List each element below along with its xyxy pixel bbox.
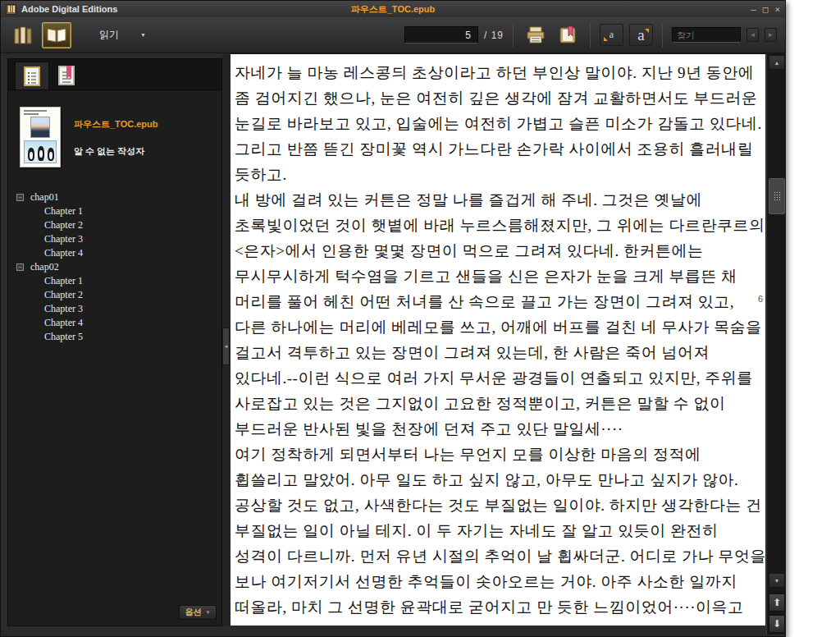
text-line: 있다네.--이런 식으로 여러 가지 무서운 광경들이 연출되고 있지만, 주위… — [235, 365, 744, 391]
sidebar-tabstrip — [8, 59, 221, 90]
larger-arrow-icon — [645, 29, 649, 33]
search-input[interactable] — [672, 27, 741, 43]
increase-font-label: a — [637, 26, 644, 44]
increase-font-button[interactable]: a — [629, 24, 653, 46]
next-page-button[interactable]: ⬇ — [769, 615, 785, 633]
toolbar-separator — [590, 23, 591, 48]
text-line: 부질없는 일이 아닐 테지. 이 두 자기는 자네도 잘 알고 있듯이 완전히 — [235, 518, 744, 543]
toc-item[interactable]: Chapter 4 — [16, 316, 221, 330]
arrow-left-icon: ◄ — [224, 344, 229, 349]
library-books-icon — [14, 26, 34, 44]
open-book-icon — [46, 26, 67, 44]
toc-list-icon — [24, 66, 40, 86]
toc-item[interactable]: Chapter 3 — [16, 232, 221, 246]
scrollbar-thumb[interactable] — [769, 178, 785, 214]
app-logo-icon — [6, 4, 16, 15]
text-line: 그리고 반쯤 뜯긴 장미꽃 역시 가느다란 손가락 사이에서 조용히 흘러내릴 — [235, 136, 744, 162]
tab-bookmarks[interactable] — [49, 62, 84, 89]
text-line: 사로잡고 있는 것은 그지없이 고요한 정적뿐이고, 커튼은 말할 수 없이 — [235, 391, 744, 416]
toc-item[interactable]: Chapter 1 — [16, 274, 221, 288]
toc-group-label: chap02 — [30, 261, 59, 273]
search-previous-button[interactable]: ◄ — [746, 28, 759, 42]
red-ribbon-icon — [66, 66, 71, 76]
text-line: 휩쓸리고 말았어. 아무 일도 하고 싶지 않고, 아무도 만나고 싶지가 않아… — [235, 467, 744, 493]
text-line: 성격이 다르니까. 먼저 유년 시절의 추억이 날 휩싸더군. 어디로 가나 무… — [235, 543, 744, 569]
toolbar-separator — [513, 23, 514, 48]
smaller-arrow-icon — [604, 37, 608, 41]
text-line: 떠올라, 마치 그 선명한 윤곽대로 굳어지고 만 듯한 느낌이었어····이윽… — [235, 594, 744, 620]
toc-group-label: chap01 — [30, 191, 59, 204]
app-window: Adobe Digital Editions 파우스트_TOC.epub – □… — [0, 0, 786, 637]
toc-item[interactable]: Chapter 1 — [16, 204, 221, 218]
text-line: 좀 검어지긴 했으나, 눈은 여전히 깊은 생각에 잠겨 교활하면서도 부드러운 — [235, 85, 744, 111]
collapse-minus-icon[interactable]: − — [16, 264, 24, 271]
text-line: 부드러운 반사된 빛을 천장에 던져 주고 있단 말일세···· — [235, 416, 744, 442]
text-line: 내 방에 걸려 있는 커튼은 정말 나를 즐겁게 해 주네. 그것은 옛날에 — [235, 187, 744, 213]
view-menu-label: 읽기 — [99, 28, 119, 42]
text-line: 자네가 늘 마농 레스콩듸 초상이라고 하던 부인상 말이야. 지난 9년 동안… — [235, 60, 744, 85]
toc-item[interactable]: Chapter 4 — [16, 246, 221, 260]
book-author: 알 수 없는 작성자 — [74, 145, 158, 158]
text-line: 공상할 것도 없고, 사색한다는 것도 부질없는 일이야. 하지만 생각한다는 … — [235, 493, 744, 518]
text-line: <은자>에서 인용한 몇몇 장면이 먹으로 그려져 있다네. 한커튼에는 — [235, 238, 744, 264]
scroll-up-button[interactable]: ▲ — [769, 55, 785, 70]
text-line: 다른 하나에는 머리에 베레모를 쓰고, 어깨에 버프를 걸친 네 무사가 목숨… — [235, 314, 744, 340]
cover-photo-penguins — [24, 140, 57, 163]
search-next-button[interactable]: ► — [765, 28, 777, 42]
bookmark-page-icon — [58, 66, 75, 85]
sidebar-collapse-handle[interactable]: ◄ — [222, 328, 230, 365]
toc-group-chap02[interactable]: − chap02 — [16, 260, 221, 274]
page-total-label: / 19 — [484, 30, 504, 41]
bookmark-book-icon — [558, 26, 578, 44]
close-button[interactable]: × — [774, 5, 780, 14]
text-line: 보나 여기저기서 선명한 추억들이 솟아오르는 거야. 아주 사소한 일까지 — [235, 569, 744, 594]
view-menu[interactable]: 읽기 ▼ — [99, 28, 146, 42]
text-line: 무시무시하게 턱수염을 기르고 샌들을 신은 은자가 눈을 크게 부릅뜬 채 — [235, 264, 744, 289]
options-button[interactable]: 옵션 ▼ — [179, 605, 217, 620]
collapse-minus-icon[interactable]: − — [16, 194, 24, 201]
arrow-right-icon: ► — [768, 31, 774, 39]
text-line: 머리를 풀어 헤친 어떤 처녀를 산 속으로 끌고 가는 장면이 그려져 있고, — [235, 289, 744, 314]
text-line: 걸고서 격투하고 있는 장면이 그려져 있는데, 한 사람은 죽어 넘어져 — [235, 340, 744, 365]
book-info: 파우스트_TOC.epub 알 수 없는 작성자 — [8, 90, 221, 179]
text-line: 눈길로 바라보고 있고, 입술에는 여전히 가볍고 슬픈 미소가 감돌고 있다네… — [235, 111, 744, 136]
options-button-label: 옵션 — [185, 607, 202, 618]
triangle-down-icon: ▼ — [774, 578, 780, 584]
scroll-down-button[interactable]: ▼ — [769, 573, 785, 588]
grip-dots-icon — [774, 191, 780, 201]
previous-page-button[interactable]: ⬆ — [769, 593, 785, 612]
decrease-font-button[interactable]: a — [600, 24, 623, 46]
vertical-scrollbar[interactable]: ▲ ▼ ⬆ ⬇ — [766, 53, 786, 635]
page-number-label: 6 — [758, 294, 763, 304]
minimize-button[interactable]: – — [751, 5, 756, 14]
printer-icon — [526, 26, 546, 44]
book-title: 파우스트_TOC.epub — [74, 118, 158, 131]
text-line: 초록빛이었던 것이 햇볕에 바래 누르스름해졌지만, 그 위에는 다르란쿠르의 — [235, 213, 744, 238]
toc-item[interactable]: Chapter 2 — [16, 218, 221, 232]
page-number-input[interactable] — [404, 26, 478, 44]
sidebar: 파우스트_TOC.epub 알 수 없는 작성자 − chap01 Chapte… — [7, 58, 222, 626]
bookmark-button[interactable] — [555, 23, 581, 48]
toolbar-separator — [662, 23, 663, 48]
arrow-left-icon: ◄ — [750, 31, 756, 39]
book-cover-thumbnail[interactable] — [20, 107, 61, 167]
reading-view-button[interactable] — [42, 22, 71, 48]
maximize-button[interactable]: □ — [763, 5, 769, 14]
cover-photo-boy — [30, 117, 50, 138]
tab-table-of-contents[interactable] — [15, 62, 49, 89]
document-title: 파우스트_TOC.epub — [1, 3, 785, 16]
toolbar: 읽기 ▼ / 19 — [1, 17, 785, 53]
print-button[interactable] — [523, 23, 549, 48]
arrow-down-icon: ⬇ — [773, 618, 781, 630]
toc-tree: − chap01 Chapter 1 Chapter 2 Chapter 3 C… — [16, 190, 221, 344]
toc-group-chap01[interactable]: − chap01 — [16, 190, 221, 204]
toc-item[interactable]: Chapter 5 — [16, 330, 221, 344]
chevron-down-icon: ▼ — [140, 32, 146, 38]
app-title: Adobe Digital Editions — [21, 4, 117, 14]
library-view-button[interactable] — [11, 23, 37, 48]
toc-item[interactable]: Chapter 2 — [16, 288, 221, 302]
toc-item[interactable]: Chapter 3 — [16, 302, 221, 316]
page-text: 자네가 늘 마농 레스콩듸 초상이라고 하던 부인상 말이야. 지난 9년 동안… — [231, 54, 765, 620]
title-bar: Adobe Digital Editions 파우스트_TOC.epub – □… — [1, 1, 785, 17]
triangle-up-icon: ▲ — [774, 60, 780, 66]
